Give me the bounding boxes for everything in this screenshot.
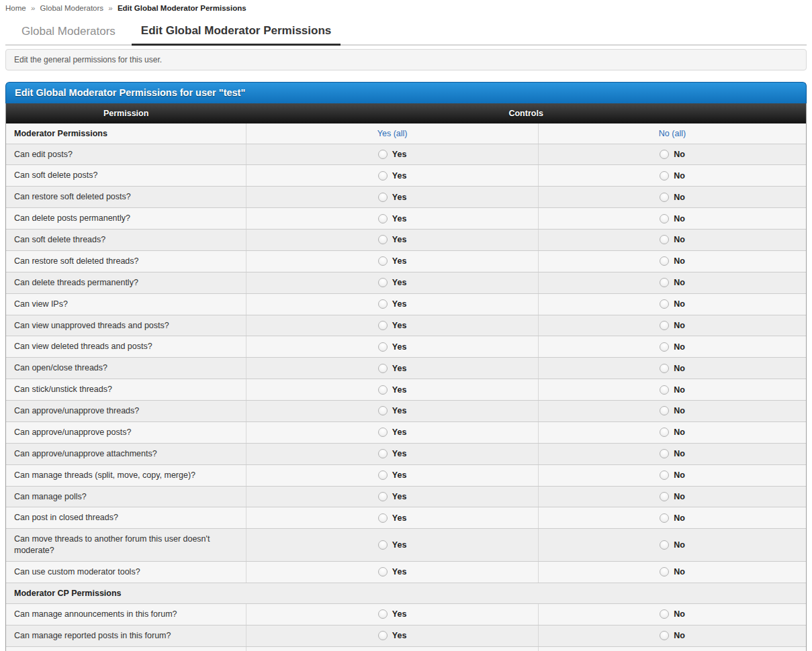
yes-radio[interactable] xyxy=(378,513,388,523)
no-all-link[interactable]: No (all) xyxy=(659,129,686,138)
permission-row: Can edit posts? Yes No xyxy=(6,144,806,165)
no-option[interactable]: No xyxy=(660,385,685,395)
yes-option[interactable]: Yes xyxy=(378,150,407,159)
no-radio[interactable] xyxy=(660,385,669,395)
yes-radio[interactable] xyxy=(378,492,388,501)
no-radio[interactable] xyxy=(660,150,669,159)
no-radio[interactable] xyxy=(660,235,669,244)
yes-option[interactable]: Yes xyxy=(378,171,407,181)
no-option[interactable]: No xyxy=(660,278,685,287)
yes-radio[interactable] xyxy=(378,567,388,577)
yes-option[interactable]: Yes xyxy=(378,235,407,244)
no-option[interactable]: No xyxy=(660,171,685,181)
yes-option[interactable]: Yes xyxy=(378,214,407,223)
yes-option[interactable]: Yes xyxy=(378,470,407,480)
yes-radio[interactable] xyxy=(378,171,388,181)
yes-label: Yes xyxy=(392,609,407,619)
no-option[interactable]: No xyxy=(660,567,685,577)
no-radio[interactable] xyxy=(660,364,669,373)
no-option[interactable]: No xyxy=(660,470,685,480)
permission-label: Can post in closed threads? xyxy=(14,512,118,523)
yes-radio[interactable] xyxy=(378,449,388,458)
no-option[interactable]: No xyxy=(660,609,685,619)
no-option[interactable]: No xyxy=(660,299,685,309)
no-radio[interactable] xyxy=(660,214,669,223)
no-radio[interactable] xyxy=(660,193,669,202)
yes-radio[interactable] xyxy=(378,235,388,244)
no-radio[interactable] xyxy=(660,631,669,640)
yes-option[interactable]: Yes xyxy=(378,385,407,395)
yes-option[interactable]: Yes xyxy=(378,256,407,266)
yes-option[interactable]: Yes xyxy=(378,513,407,523)
yes-option[interactable]: Yes xyxy=(378,299,407,309)
yes-option[interactable]: Yes xyxy=(378,278,407,287)
yes-radio[interactable] xyxy=(378,321,388,330)
no-option[interactable]: No xyxy=(660,492,685,501)
yes-radio[interactable] xyxy=(378,631,388,640)
yes-radio[interactable] xyxy=(378,385,388,395)
no-radio[interactable] xyxy=(660,609,669,619)
no-radio[interactable] xyxy=(660,470,669,480)
no-option[interactable]: No xyxy=(660,631,685,640)
yes-radio[interactable] xyxy=(378,609,388,619)
tab-global-moderators[interactable]: Global Moderators xyxy=(12,18,125,44)
yes-radio[interactable] xyxy=(378,150,388,159)
no-radio[interactable] xyxy=(660,492,669,501)
no-option[interactable]: No xyxy=(660,150,685,159)
no-option[interactable]: No xyxy=(660,513,685,523)
yes-radio[interactable] xyxy=(378,406,388,415)
yes-option[interactable]: Yes xyxy=(378,321,407,330)
yes-option[interactable]: Yes xyxy=(378,567,407,577)
no-radio[interactable] xyxy=(660,171,669,181)
yes-option[interactable]: Yes xyxy=(378,492,407,501)
yes-option[interactable]: Yes xyxy=(378,406,407,415)
no-radio[interactable] xyxy=(660,513,669,523)
yes-all-link[interactable]: Yes (all) xyxy=(377,129,408,138)
yes-radio[interactable] xyxy=(378,540,388,550)
yes-radio[interactable] xyxy=(378,214,388,223)
yes-option[interactable]: Yes xyxy=(378,342,407,352)
no-option[interactable]: No xyxy=(660,321,685,330)
no-radio[interactable] xyxy=(660,540,669,550)
yes-option[interactable]: Yes xyxy=(378,428,407,437)
yes-radio[interactable] xyxy=(378,299,388,309)
yes-radio[interactable] xyxy=(378,428,388,437)
yes-radio[interactable] xyxy=(378,193,388,202)
yes-option[interactable]: Yes xyxy=(378,193,407,202)
permission-row: Can soft delete threads? Yes No xyxy=(6,229,806,250)
yes-radio[interactable] xyxy=(378,342,388,352)
breadcrumb-parent-link[interactable]: Global Moderators xyxy=(40,4,104,12)
no-option[interactable]: No xyxy=(660,428,685,437)
yes-option[interactable]: Yes xyxy=(378,364,407,373)
yes-cell: Yes xyxy=(246,529,538,561)
yes-radio[interactable] xyxy=(378,278,388,287)
no-radio[interactable] xyxy=(660,342,669,352)
no-radio[interactable] xyxy=(660,256,669,266)
no-option[interactable]: No xyxy=(660,256,685,266)
no-radio[interactable] xyxy=(660,406,669,415)
no-option[interactable]: No xyxy=(660,449,685,458)
no-option[interactable]: No xyxy=(660,406,685,415)
no-option[interactable]: No xyxy=(660,235,685,244)
yes-radio[interactable] xyxy=(378,364,388,373)
no-radio[interactable] xyxy=(660,428,669,437)
breadcrumb-home-link[interactable]: Home xyxy=(5,4,26,12)
no-radio[interactable] xyxy=(660,449,669,458)
no-option[interactable]: No xyxy=(660,342,685,352)
no-option[interactable]: No xyxy=(660,540,685,550)
no-radio[interactable] xyxy=(660,567,669,577)
no-option[interactable]: No xyxy=(660,214,685,223)
no-radio[interactable] xyxy=(660,278,669,287)
no-radio[interactable] xyxy=(660,299,669,309)
tab-edit-global-moderator-permissions[interactable]: Edit Global Moderator Permissions xyxy=(132,17,341,46)
no-radio[interactable] xyxy=(660,321,669,330)
yes-option[interactable]: Yes xyxy=(378,609,407,619)
no-option[interactable]: No xyxy=(660,364,685,373)
yes-option[interactable]: Yes xyxy=(378,449,407,458)
yes-radio[interactable] xyxy=(378,256,388,266)
yes-all-cell: Yes (all) xyxy=(246,123,538,144)
yes-option[interactable]: Yes xyxy=(378,540,407,550)
yes-option[interactable]: Yes xyxy=(378,631,407,640)
yes-radio[interactable] xyxy=(378,470,388,480)
no-option[interactable]: No xyxy=(660,193,685,202)
